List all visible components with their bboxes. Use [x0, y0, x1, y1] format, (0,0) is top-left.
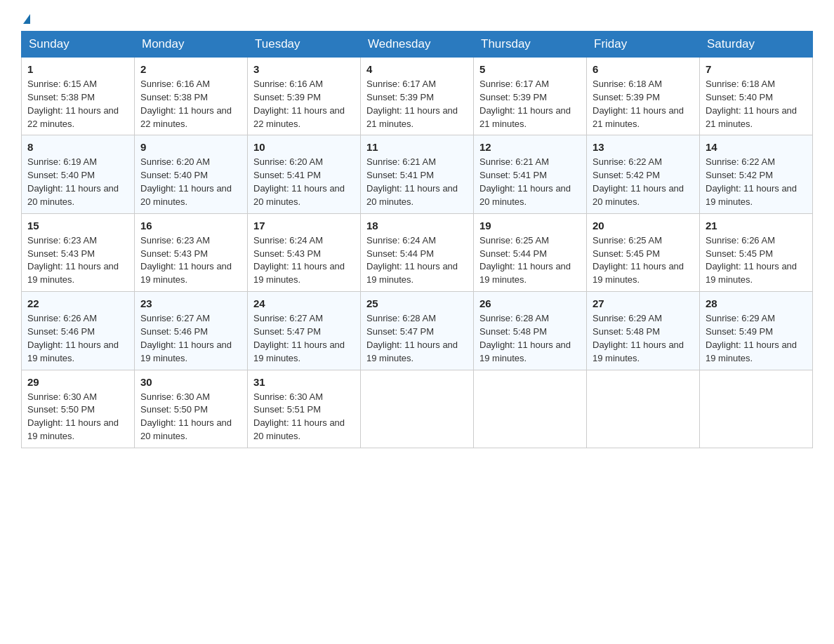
calendar-cell: 26 Sunrise: 6:28 AMSunset: 5:48 PMDaylig…	[474, 292, 587, 370]
day-info: Sunrise: 6:23 AMSunset: 5:43 PMDaylight:…	[140, 234, 241, 287]
day-number: 9	[140, 140, 241, 154]
calendar-week-row: 8 Sunrise: 6:19 AMSunset: 5:40 PMDayligh…	[22, 135, 813, 213]
calendar-week-row: 15 Sunrise: 6:23 AMSunset: 5:43 PMDaylig…	[22, 213, 813, 291]
calendar-cell: 8 Sunrise: 6:19 AMSunset: 5:40 PMDayligh…	[22, 135, 135, 213]
calendar-cell: 12 Sunrise: 6:21 AMSunset: 5:41 PMDaylig…	[474, 135, 587, 213]
day-info: Sunrise: 6:30 AMSunset: 5:50 PMDaylight:…	[140, 391, 241, 443]
day-info: Sunrise: 6:18 AMSunset: 5:40 PMDaylight:…	[706, 78, 807, 130]
day-info: Sunrise: 6:17 AMSunset: 5:39 PMDaylight:…	[479, 78, 581, 130]
calendar-cell: 21 Sunrise: 6:26 AMSunset: 5:45 PMDaylig…	[700, 213, 813, 291]
calendar-table: SundayMondayTuesdayWednesdayThursdayFrid…	[21, 31, 813, 448]
day-number: 19	[479, 218, 581, 233]
weekday-header-friday: Friday	[587, 32, 700, 58]
calendar-cell: 7 Sunrise: 6:18 AMSunset: 5:40 PMDayligh…	[700, 58, 813, 135]
day-number: 20	[593, 218, 694, 233]
day-number: 25	[366, 296, 468, 311]
day-number: 22	[27, 296, 128, 311]
day-info: Sunrise: 6:25 AMSunset: 5:44 PMDaylight:…	[479, 234, 581, 287]
calendar-cell: 25 Sunrise: 6:28 AMSunset: 5:47 PMDaylig…	[361, 292, 474, 370]
day-info: Sunrise: 6:24 AMSunset: 5:44 PMDaylight:…	[366, 234, 468, 287]
calendar-week-row: 1 Sunrise: 6:15 AMSunset: 5:38 PMDayligh…	[22, 58, 813, 135]
calendar-cell: 13 Sunrise: 6:22 AMSunset: 5:42 PMDaylig…	[587, 135, 700, 213]
weekday-header-thursday: Thursday	[474, 32, 587, 58]
calendar-cell: 28 Sunrise: 6:29 AMSunset: 5:49 PMDaylig…	[700, 292, 813, 370]
day-info: Sunrise: 6:20 AMSunset: 5:41 PMDaylight:…	[253, 156, 355, 208]
day-number: 10	[253, 140, 355, 154]
calendar-cell: 27 Sunrise: 6:29 AMSunset: 5:48 PMDaylig…	[587, 292, 700, 370]
day-info: Sunrise: 6:29 AMSunset: 5:48 PMDaylight:…	[593, 312, 694, 365]
day-info: Sunrise: 6:29 AMSunset: 5:49 PMDaylight:…	[706, 312, 807, 365]
day-info: Sunrise: 6:22 AMSunset: 5:42 PMDaylight:…	[593, 156, 694, 208]
day-info: Sunrise: 6:26 AMSunset: 5:45 PMDaylight:…	[706, 234, 807, 287]
calendar-cell: 3 Sunrise: 6:16 AMSunset: 5:39 PMDayligh…	[248, 58, 361, 135]
calendar-cell: 22 Sunrise: 6:26 AMSunset: 5:46 PMDaylig…	[22, 292, 135, 370]
day-number: 4	[366, 62, 468, 76]
day-info: Sunrise: 6:16 AMSunset: 5:39 PMDaylight:…	[253, 78, 355, 130]
calendar-cell: 4 Sunrise: 6:17 AMSunset: 5:39 PMDayligh…	[361, 58, 474, 135]
calendar-cell: 30 Sunrise: 6:30 AMSunset: 5:50 PMDaylig…	[135, 370, 248, 448]
calendar-cell: 29 Sunrise: 6:30 AMSunset: 5:50 PMDaylig…	[22, 370, 135, 448]
day-number: 26	[479, 296, 581, 311]
day-info: Sunrise: 6:27 AMSunset: 5:46 PMDaylight:…	[140, 312, 241, 365]
day-info: Sunrise: 6:25 AMSunset: 5:45 PMDaylight:…	[593, 234, 694, 287]
calendar-cell: 9 Sunrise: 6:20 AMSunset: 5:40 PMDayligh…	[135, 135, 248, 213]
calendar-cell: 20 Sunrise: 6:25 AMSunset: 5:45 PMDaylig…	[587, 213, 700, 291]
day-number: 16	[140, 218, 241, 233]
calendar-cell	[361, 370, 474, 448]
weekday-header-wednesday: Wednesday	[361, 32, 474, 58]
calendar-cell: 2 Sunrise: 6:16 AMSunset: 5:38 PMDayligh…	[135, 58, 248, 135]
day-number: 5	[479, 62, 581, 76]
day-info: Sunrise: 6:15 AMSunset: 5:38 PMDaylight:…	[27, 78, 128, 130]
day-info: Sunrise: 6:16 AMSunset: 5:38 PMDaylight:…	[140, 78, 241, 130]
calendar-cell	[587, 370, 700, 448]
day-number: 28	[706, 296, 807, 311]
calendar-cell: 14 Sunrise: 6:22 AMSunset: 5:42 PMDaylig…	[700, 135, 813, 213]
day-info: Sunrise: 6:18 AMSunset: 5:39 PMDaylight:…	[593, 78, 694, 130]
calendar-week-row: 22 Sunrise: 6:26 AMSunset: 5:46 PMDaylig…	[22, 292, 813, 370]
day-number: 31	[253, 375, 355, 389]
day-number: 27	[593, 296, 694, 311]
weekday-header-sunday: Sunday	[22, 32, 135, 58]
calendar-cell: 5 Sunrise: 6:17 AMSunset: 5:39 PMDayligh…	[474, 58, 587, 135]
day-info: Sunrise: 6:30 AMSunset: 5:51 PMDaylight:…	[253, 391, 355, 443]
day-info: Sunrise: 6:21 AMSunset: 5:41 PMDaylight:…	[366, 156, 468, 208]
day-number: 12	[479, 140, 581, 154]
day-number: 17	[253, 218, 355, 233]
day-info: Sunrise: 6:17 AMSunset: 5:39 PMDaylight:…	[366, 78, 468, 130]
calendar-cell: 31 Sunrise: 6:30 AMSunset: 5:51 PMDaylig…	[248, 370, 361, 448]
day-number: 7	[706, 62, 807, 76]
day-number: 3	[253, 62, 355, 76]
day-number: 30	[140, 375, 241, 389]
day-info: Sunrise: 6:24 AMSunset: 5:43 PMDaylight:…	[253, 234, 355, 287]
calendar-cell: 11 Sunrise: 6:21 AMSunset: 5:41 PMDaylig…	[361, 135, 474, 213]
day-number: 8	[27, 140, 128, 154]
day-info: Sunrise: 6:30 AMSunset: 5:50 PMDaylight:…	[27, 391, 128, 443]
calendar-cell: 17 Sunrise: 6:24 AMSunset: 5:43 PMDaylig…	[248, 213, 361, 291]
day-number: 13	[593, 140, 694, 154]
weekday-header-row: SundayMondayTuesdayWednesdayThursdayFrid…	[22, 32, 813, 58]
day-number: 11	[366, 140, 468, 154]
calendar-cell	[474, 370, 587, 448]
day-number: 29	[27, 375, 128, 389]
day-number: 2	[140, 62, 241, 76]
day-number: 15	[27, 218, 128, 233]
calendar-cell: 24 Sunrise: 6:27 AMSunset: 5:47 PMDaylig…	[248, 292, 361, 370]
weekday-header-monday: Monday	[135, 32, 248, 58]
calendar-cell: 1 Sunrise: 6:15 AMSunset: 5:38 PMDayligh…	[22, 58, 135, 135]
weekday-header-saturday: Saturday	[700, 32, 813, 58]
day-number: 24	[253, 296, 355, 311]
day-info: Sunrise: 6:27 AMSunset: 5:47 PMDaylight:…	[253, 312, 355, 365]
day-info: Sunrise: 6:28 AMSunset: 5:47 PMDaylight:…	[366, 312, 468, 365]
day-info: Sunrise: 6:21 AMSunset: 5:41 PMDaylight:…	[479, 156, 581, 208]
day-number: 23	[140, 296, 241, 311]
calendar-cell: 19 Sunrise: 6:25 AMSunset: 5:44 PMDaylig…	[474, 213, 587, 291]
day-number: 18	[366, 218, 468, 233]
day-number: 14	[706, 140, 807, 154]
day-info: Sunrise: 6:19 AMSunset: 5:40 PMDaylight:…	[27, 156, 128, 208]
day-number: 6	[593, 62, 694, 76]
calendar-cell: 15 Sunrise: 6:23 AMSunset: 5:43 PMDaylig…	[22, 213, 135, 291]
day-info: Sunrise: 6:23 AMSunset: 5:43 PMDaylight:…	[27, 234, 128, 287]
calendar-cell	[700, 370, 813, 448]
calendar-cell: 18 Sunrise: 6:24 AMSunset: 5:44 PMDaylig…	[361, 213, 474, 291]
calendar-week-row: 29 Sunrise: 6:30 AMSunset: 5:50 PMDaylig…	[22, 370, 813, 448]
